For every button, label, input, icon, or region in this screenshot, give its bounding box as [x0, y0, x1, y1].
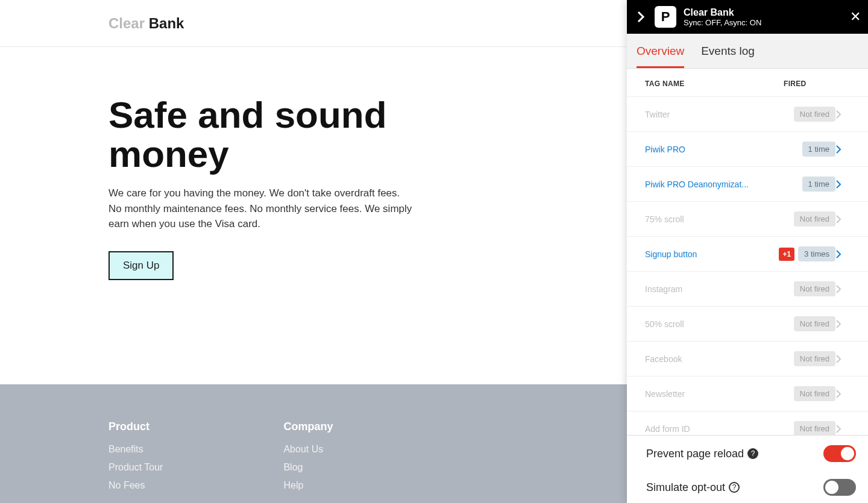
- tag-row-name: Piwik PRO: [645, 145, 802, 154]
- setting-simulate-optout: Simulate opt-out ?: [627, 469, 868, 503]
- fired-badge: Not fired: [794, 316, 835, 331]
- chevron-right-icon: [835, 145, 850, 154]
- tag-row-name: Newsletter: [645, 389, 794, 399]
- toggle-prevent-reload[interactable]: [823, 445, 856, 462]
- footer-link[interactable]: Product Tour: [108, 462, 163, 473]
- panel-title-box: Clear Bank Sync: OFF, Async: ON: [684, 7, 843, 27]
- setting-simulate-label: Simulate opt-out: [646, 481, 725, 494]
- close-icon[interactable]: ✕: [850, 9, 861, 25]
- logo[interactable]: Clear Bank: [108, 15, 184, 32]
- footer-link[interactable]: Blog: [283, 462, 333, 473]
- footer-col-company: Company About Us Blog Help: [283, 420, 333, 498]
- tag-row-name: 75% scroll: [645, 214, 794, 224]
- footer-product-title: Product: [108, 420, 163, 433]
- setting-prevent-label: Prevent page reload: [646, 448, 744, 460]
- debug-panel: P Clear Bank Sync: OFF, Async: ON ✕ Over…: [627, 0, 868, 503]
- fired-badge: Not fired: [794, 281, 835, 296]
- tab-overview[interactable]: Overview: [637, 34, 684, 68]
- fired-badge: 1 time: [802, 177, 835, 192]
- table-header: TAG NAME FIRED: [627, 69, 868, 96]
- chevron-right-icon: [835, 425, 850, 433]
- chevron-right-icon: [835, 250, 850, 258]
- tag-row-name: Add form ID: [645, 424, 794, 434]
- hero-body: We care for you having the money. We don…: [108, 186, 413, 232]
- panel-settings: Prevent page reload ? Simulate opt-out ?: [627, 435, 868, 503]
- tag-row[interactable]: FacebookNot fired: [627, 341, 868, 376]
- tag-row[interactable]: Piwik PRO Deanonymizat...1 time: [627, 166, 868, 201]
- panel-header: P Clear Bank Sync: OFF, Async: ON ✕: [627, 0, 868, 34]
- fired-badge: Not fired: [794, 211, 835, 227]
- chevron-right-icon: [835, 285, 850, 293]
- footer-link[interactable]: No Fees: [108, 480, 163, 491]
- fired-badge: 3 times: [798, 246, 835, 261]
- piwik-logo-icon: P: [655, 6, 676, 28]
- tag-row[interactable]: 50% scrollNot fired: [627, 306, 868, 341]
- fired-badge: Not fired: [794, 386, 835, 401]
- logo-light: Clear: [108, 15, 145, 31]
- signup-button[interactable]: Sign Up: [108, 251, 174, 280]
- tag-row[interactable]: InstagramNot fired: [627, 271, 868, 306]
- fired-badge: Not fired: [794, 107, 835, 122]
- tag-row-name: 50% scroll: [645, 319, 794, 329]
- chevron-right-icon: [835, 110, 850, 119]
- footer-col-product: Product Benefits Product Tour No Fees: [108, 420, 163, 498]
- tag-row[interactable]: TwitterNot fired: [627, 96, 868, 131]
- tag-row-name: Twitter: [645, 110, 794, 119]
- tag-row[interactable]: NewsletterNot fired: [627, 376, 868, 411]
- fired-badge: 1 time: [802, 142, 835, 157]
- footer-link[interactable]: Help: [283, 480, 333, 491]
- chevron-right-icon: [835, 215, 850, 223]
- chevron-right-icon: [835, 355, 850, 363]
- fired-badge: Not fired: [794, 351, 835, 366]
- tag-plus-badge: +1: [779, 248, 794, 261]
- panel-title: Clear Bank: [684, 7, 843, 18]
- help-icon[interactable]: ?: [729, 482, 740, 493]
- panel-tabs: Overview Events log: [627, 34, 868, 69]
- chevron-right-icon: [835, 390, 850, 398]
- tag-row[interactable]: 75% scrollNot fired: [627, 201, 868, 236]
- panel-subtitle: Sync: OFF, Async: ON: [684, 18, 843, 27]
- fired-badge: Not fired: [794, 421, 835, 435]
- tag-row[interactable]: Signup button+13 times: [627, 236, 868, 271]
- tag-rows: TwitterNot firedPiwik PRO1 timePiwik PRO…: [627, 96, 868, 435]
- footer-company-title: Company: [283, 420, 333, 433]
- footer-link[interactable]: Benefits: [108, 444, 163, 455]
- chevron-right-icon[interactable]: [634, 10, 647, 23]
- tag-row-name: Instagram: [645, 284, 794, 294]
- tab-events-log[interactable]: Events log: [701, 34, 755, 68]
- tag-row[interactable]: Piwik PRO1 time: [627, 131, 868, 166]
- tag-row-name: Facebook: [645, 354, 794, 364]
- help-icon[interactable]: ?: [747, 448, 758, 459]
- tag-row-name: Signup button: [645, 249, 779, 259]
- logo-dark: Bank: [149, 15, 184, 31]
- footer-link[interactable]: About Us: [283, 444, 333, 455]
- toggle-simulate-optout[interactable]: [823, 479, 856, 496]
- chevron-right-icon: [835, 320, 850, 328]
- chevron-right-icon: [835, 180, 850, 189]
- hero-title: Safe and sound money: [108, 95, 470, 173]
- tag-row-name: Piwik PRO Deanonymizat...: [645, 180, 802, 189]
- th-tag-name: TAG NAME: [645, 80, 784, 88]
- tag-row[interactable]: Add form IDNot fired: [627, 411, 868, 435]
- th-fired: FIRED: [784, 80, 850, 88]
- setting-prevent-reload: Prevent page reload ?: [627, 436, 868, 469]
